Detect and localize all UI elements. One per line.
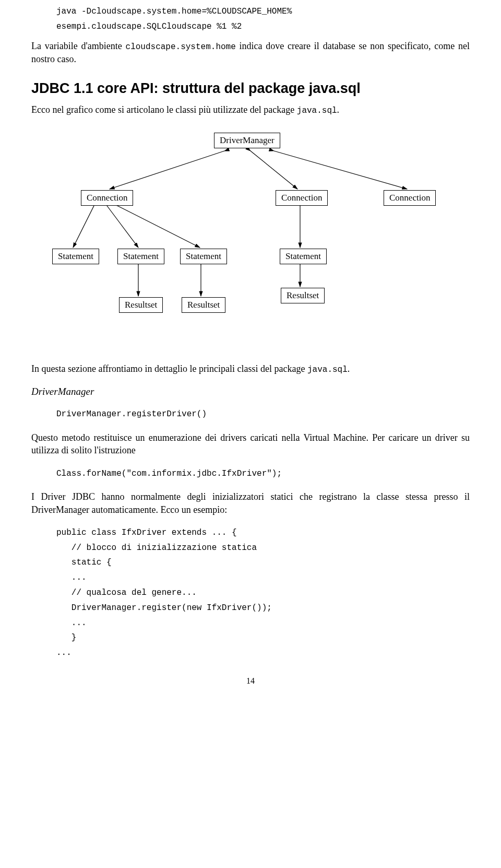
box-drivermanager: DriverManager bbox=[214, 133, 280, 148]
paragraph-dm-2: I Driver JDBC hanno normalmente degli in… bbox=[31, 490, 470, 516]
box-connection-2: Connection bbox=[276, 190, 328, 206]
heading-jdbc-core-api: JDBC 1.1 core API: struttura del package… bbox=[31, 79, 470, 98]
box-statement-1: Statement bbox=[52, 249, 99, 264]
box-connection-3: Connection bbox=[384, 190, 436, 206]
text: . bbox=[348, 363, 350, 374]
paragraph-after-diagram: In questa sezione affrontiamo in dettagl… bbox=[31, 362, 470, 376]
svg-line-4 bbox=[107, 206, 138, 248]
box-statement-3: Statement bbox=[180, 249, 227, 264]
diagram-arrows bbox=[52, 133, 449, 347]
box-statement-2: Statement bbox=[117, 249, 164, 264]
svg-line-5 bbox=[117, 206, 200, 248]
code-forname: Class.forName("com.informix.jdbc.IfxDriv… bbox=[56, 466, 470, 482]
text: In questa sezione affrontiamo in dettagl… bbox=[31, 363, 307, 374]
text: . bbox=[337, 104, 340, 115]
code-block-1: java -Dcloudscape.system.home=%CLOUDSCAP… bbox=[56, 4, 470, 34]
subheading-drivermanager: DriverManager bbox=[31, 386, 470, 397]
text: La variabile d'ambiente bbox=[31, 41, 126, 51]
paragraph-1: La variabile d'ambiente cloudscape.syste… bbox=[31, 40, 470, 66]
inline-code: cloudscape.system.home bbox=[126, 42, 236, 52]
inline-code: java.sql bbox=[307, 365, 348, 374]
text: Ecco nel grafico come si articolano le c… bbox=[31, 104, 297, 115]
paragraph-heading-desc: Ecco nel grafico come si articolano le c… bbox=[31, 103, 470, 117]
class-diagram: DriverManager Connection Connection Conn… bbox=[52, 133, 449, 347]
box-statement-4: Statement bbox=[280, 249, 327, 264]
document-page: java -Dcloudscape.system.home=%CLOUDSCAP… bbox=[0, 0, 501, 707]
page-number: 14 bbox=[31, 676, 470, 686]
box-resultset-1: Resultset bbox=[119, 297, 163, 313]
box-connection-1: Connection bbox=[81, 190, 133, 206]
code-register-driver: DriverManager.registerDriver() bbox=[56, 407, 470, 422]
svg-line-0 bbox=[110, 151, 224, 189]
inline-code: java.sql bbox=[297, 106, 337, 115]
box-resultset-3: Resultset bbox=[281, 288, 325, 303]
code-ifxdriver-class: public class IfxDriver extends ... { // … bbox=[56, 525, 470, 661]
svg-line-2 bbox=[274, 151, 407, 189]
box-resultset-2: Resultset bbox=[182, 297, 225, 313]
svg-line-3 bbox=[73, 206, 94, 248]
svg-line-1 bbox=[250, 151, 297, 189]
paragraph-dm-1: Questo metodo restituisce un enumerazion… bbox=[31, 431, 470, 457]
